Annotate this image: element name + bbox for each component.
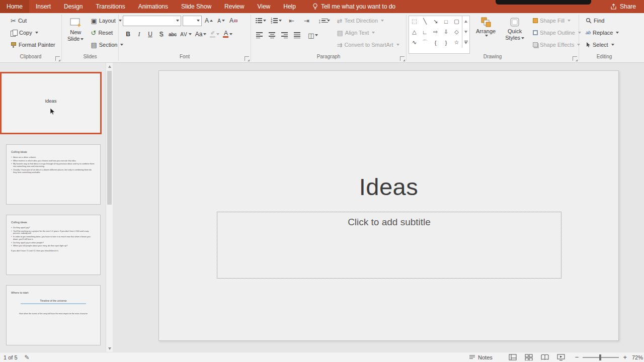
shape-cell[interactable]: ⌒ <box>420 37 430 48</box>
bullets-arrow <box>263 20 266 22</box>
arrange-button[interactable]: Arrange <box>472 15 499 54</box>
scrollbar-up-button[interactable] <box>106 63 113 70</box>
columns-button[interactable]: ◫ <box>306 30 319 41</box>
new-slide-button[interactable]: New Slide <box>64 15 87 54</box>
ink-pen-icon[interactable]: ✎ <box>25 354 30 361</box>
shape-fill-button[interactable]: Shape Fill <box>530 15 573 26</box>
tab-review[interactable]: Review <box>218 0 251 13</box>
gallery-up-button[interactable] <box>462 16 469 27</box>
shape-cell[interactable]: ☆ <box>451 37 462 48</box>
shape-cell[interactable]: ↘ <box>430 16 441 27</box>
zoom-in-button[interactable]: + <box>623 353 627 361</box>
replace-button[interactable]: ab Replace <box>583 27 621 38</box>
tab-animations[interactable]: Animations <box>132 0 175 13</box>
font-size-select[interactable] <box>183 16 202 26</box>
shape-cell[interactable]: ⇩ <box>441 27 451 37</box>
shape-cell[interactable]: ⇨ <box>430 27 441 37</box>
increase-indent-button[interactable]: ⇥ <box>301 15 312 26</box>
zoom-out-button[interactable]: − <box>575 353 579 361</box>
slideshow-view-button[interactable] <box>557 354 565 360</box>
current-slide[interactable]: Ideas Click to add subtitle <box>158 70 619 341</box>
shape-cell[interactable]: □ <box>441 16 451 27</box>
slide-sorter-view-button[interactable] <box>525 354 533 360</box>
notes-button[interactable]: Notes <box>469 354 493 360</box>
cut-button[interactable]: ✂ Cut <box>8 15 29 26</box>
bold-button[interactable]: B <box>123 29 133 40</box>
slide-thumbnail-3[interactable]: Culling ideas Do they spark joy? You'll … <box>6 215 101 275</box>
find-button[interactable]: Find <box>583 15 607 26</box>
shape-outline-button[interactable]: Shape Outline <box>530 27 584 38</box>
underline-label: U <box>148 31 152 38</box>
tab-insert[interactable]: Insert <box>29 0 57 13</box>
align-left-button[interactable] <box>256 32 263 38</box>
shape-cell[interactable]: ◇ <box>451 27 462 37</box>
strikethrough-button[interactable]: abc <box>167 29 178 40</box>
tab-help[interactable]: Help <box>277 0 302 13</box>
numbering-button[interactable] <box>271 18 282 23</box>
tab-home[interactable]: Home <box>0 0 29 13</box>
slide-title-text[interactable]: Ideas <box>159 173 618 201</box>
shape-cell[interactable]: △ <box>409 27 420 37</box>
drawing-dialog-launcher[interactable] <box>573 56 577 61</box>
paragraph-dialog-launcher[interactable] <box>400 56 405 61</box>
shape-cell[interactable]: ▢ <box>451 16 462 27</box>
share-button[interactable]: Share <box>602 0 644 13</box>
thumbnail-scrollbar[interactable] <box>106 63 113 352</box>
align-right-button[interactable] <box>281 32 288 38</box>
tab-transitions[interactable]: Transitions <box>89 0 131 13</box>
slide-thumbnail-2[interactable]: Culling ideas Ideas are a dime a dozen W… <box>6 144 101 205</box>
shape-cell[interactable]: { <box>430 37 441 48</box>
text-shadow-button[interactable]: S <box>156 29 167 40</box>
align-center-button[interactable] <box>269 32 275 38</box>
line-spacing-button[interactable]: ↕ <box>316 15 332 26</box>
format-painter-button[interactable]: Format Painter <box>8 39 58 50</box>
slide-thumbnail-1[interactable]: Ideas <box>0 72 102 134</box>
shape-cell[interactable]: ╲ <box>420 16 430 27</box>
clear-formatting-button[interactable]: A <box>228 15 239 26</box>
zoom-slider[interactable] <box>583 357 619 358</box>
align-text-button[interactable]: ▤Align Text <box>335 27 378 38</box>
reading-view-button[interactable] <box>541 354 549 360</box>
zoom-percentage[interactable]: 72% <box>632 354 643 360</box>
text-direction-button[interactable]: ⇄Text Direction <box>335 15 387 26</box>
shape-cell[interactable]: ⬚ <box>409 16 420 27</box>
scrollbar-down-button[interactable] <box>106 345 113 352</box>
decrease-indent-button[interactable]: ⇤ <box>286 15 297 26</box>
shapes-gallery[interactable]: ⬚ ╲ ↘ □ ▢ △ ∟ ⇨ ⇩ ◇ ∿ ⌒ { } ☆ <box>409 16 470 54</box>
tab-slideshow[interactable]: Slide Show <box>175 0 218 13</box>
font-dialog-launcher[interactable] <box>245 56 249 61</box>
text-highlight-button[interactable]: ✐ <box>208 29 221 40</box>
normal-view-button[interactable] <box>509 354 517 360</box>
underline-button[interactable]: U <box>145 29 155 40</box>
change-case-button[interactable]: Aa <box>194 29 208 40</box>
tab-design[interactable]: Design <box>57 0 89 13</box>
scrollbar-thumb[interactable] <box>107 71 112 205</box>
format-painter-label: Format Painter <box>19 42 55 48</box>
zoom-slider-thumb[interactable] <box>599 354 601 360</box>
shape-cell[interactable]: } <box>441 37 451 48</box>
reset-button[interactable]: ↺ Reset <box>88 27 115 38</box>
tell-me-box[interactable]: Tell me what you want to do <box>306 0 401 13</box>
subtitle-placeholder[interactable]: Click to add subtitle <box>217 212 561 279</box>
character-spacing-button[interactable]: AV <box>179 29 193 40</box>
clipboard-dialog-launcher[interactable] <box>55 56 60 61</box>
increase-font-size-button[interactable]: A <box>203 15 214 26</box>
font-name-select[interactable] <box>123 16 181 26</box>
arrange-icon <box>480 16 492 28</box>
justify-button[interactable] <box>294 32 300 38</box>
bullets-button[interactable] <box>255 18 266 23</box>
shape-cell[interactable]: ∿ <box>409 37 420 48</box>
italic-button[interactable]: I <box>134 29 144 40</box>
gallery-more-button[interactable] <box>462 37 469 48</box>
quick-styles-button[interactable]: Quick Styles <box>502 15 528 54</box>
convert-smartart-button[interactable]: ⇉Convert to SmartArt <box>335 39 402 50</box>
select-button[interactable]: Select <box>583 39 617 50</box>
font-color-button[interactable]: A <box>221 29 234 40</box>
shape-effects-button[interactable]: Shape Effects <box>530 39 583 50</box>
copy-button[interactable]: Copy <box>8 27 41 38</box>
gallery-down-button[interactable] <box>462 27 469 37</box>
slide-thumbnail-4[interactable]: Where to start Timeline of the universe … <box>6 285 101 345</box>
decrease-font-size-button[interactable]: A <box>216 15 226 26</box>
tab-view[interactable]: View <box>251 0 277 13</box>
shape-cell[interactable]: ∟ <box>420 27 430 37</box>
